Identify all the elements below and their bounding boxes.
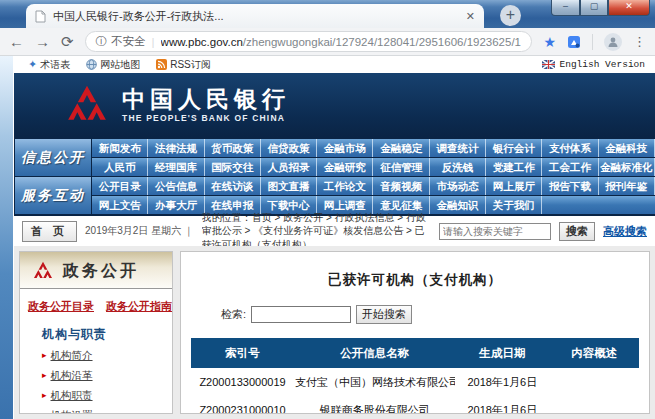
nav-item[interactable]: 支付体系 [542,139,598,157]
glossary-label: 术语表 [40,58,70,72]
advanced-search-link[interactable]: 高级搜索 [603,224,647,239]
nav-item[interactable]: 国际交往 [205,158,261,176]
bookmark-star-icon[interactable]: ★ [543,34,556,50]
english-version-link[interactable]: English Version [542,59,645,70]
glossary-icon: ✦ [28,58,37,71]
disclosure-guide-link[interactable]: 政务公开指南 [106,299,172,314]
start-search-button[interactable]: 开始搜索 [356,305,412,324]
table-header-cell: 内容概述 [549,338,639,368]
retrieve-label: 检索: [221,307,246,322]
nav-item[interactable]: 党建工作 [486,158,542,176]
nav-group-label[interactable]: 服务互动 [15,177,91,214]
back-icon[interactable]: ← [9,34,24,49]
nav-item[interactable]: 银行会计 [486,139,542,157]
nav-item[interactable]: 图文直播 [261,177,317,195]
table-header-cell: 索引号 [191,338,294,368]
nav-item[interactable]: 网上文告 [92,196,148,214]
sidebar-section-heading: 机构与职责 [42,326,172,343]
nav-rows: 公开目录公告信息在线访谈图文直播工作论文音频视频市场动态网上展厅报告下载报刊年鉴… [92,177,655,214]
nav-item[interactable]: 公告信息 [148,177,204,195]
nav-item[interactable]: 工作论文 [317,177,373,195]
rss-icon [156,59,167,70]
table-cell [549,368,639,396]
nav-item[interactable]: 反洗钱 [430,158,486,176]
table-row: Z2000231000010银联商务股份有限公司2018年1月6日 [191,396,639,414]
profile-avatar[interactable] [604,33,622,51]
browser-window: – ▢ ✕ 中国人民银行-政务公开-行政执法... ✕ + ← → ⟳ ⓘ 不安… [0,0,655,419]
disclosure-catalog-link[interactable]: 政务公开目录 [28,299,94,314]
glossary-link[interactable]: ✦ 术语表 [28,58,70,72]
sidebar-sections: 机构与职责▸机构简介▸机构沿革▸机构职责▸机构设置法规政策▸法律法规 [20,326,172,414]
nav-item[interactable]: 公开目录 [92,177,148,195]
sidebar-item-link[interactable]: 机构简介 [51,346,93,366]
site-search-button[interactable]: 搜索 [559,222,595,241]
browser-tab[interactable]: 中国人民银行-政务公开-行政执法... ✕ [26,4,484,28]
person-icon [607,36,619,48]
sidebar-item-link[interactable]: 机构职责 [51,386,93,406]
nav-item[interactable]: 在线访谈 [205,177,261,195]
nav-item[interactable]: 调查统计 [430,139,486,157]
nav-item[interactable]: 关于我们 [486,196,542,214]
nav-item[interactable]: 新闻发布 [92,139,148,157]
table-header-cell: 生成日期 [455,338,549,368]
sidebar-item-link[interactable]: 机构设置 [51,406,93,414]
arrow-bullet-icon: ▸ [42,407,47,414]
tab-close-icon[interactable]: ✕ [466,11,475,22]
nav-item[interactable]: 征信管理 [373,158,429,176]
extension-icon[interactable] [567,35,581,49]
browser-menu-icon[interactable]: ⋮ [633,34,646,49]
retrieve-input[interactable] [251,306,351,323]
nav-item[interactable]: 金融稳定 [373,139,429,157]
nav-row: 新闻发布法律法规货币政策信贷政策金融市场金融稳定调查统计银行会计支付体系金融科技 [92,139,655,157]
close-window-button[interactable]: ✕ [608,0,650,16]
pbc-logo-icon [64,82,110,128]
document-name-cell[interactable]: 银联商务股份有限公司 [294,396,455,414]
document-name-cell[interactable]: 支付宝（中国）网络技术有限公司 [294,368,455,396]
nav-item[interactable]: 货币政策 [205,139,261,157]
table-cell [549,396,639,414]
nav-item[interactable]: 金融研究 [317,158,373,176]
nav-item[interactable]: 报告下载 [542,177,598,195]
security-indicator[interactable]: ⓘ 不安全 [96,34,146,49]
nav-item[interactable]: 金融科技 [599,139,655,157]
nav-group-label[interactable]: 信息公开 [15,139,91,176]
license-table: 索引号公开信息名称生成日期内容概述 Z2000133000019支付宝（中国）网… [191,338,639,414]
nav-item[interactable]: 报刊年鉴 [599,177,655,195]
nav-item[interactable]: 音频视频 [373,177,429,195]
address-bar[interactable]: ⓘ 不安全 | www.pbc.gov.cn/zhengwugongkai/12… [85,31,533,52]
arrow-bullet-icon: ▸ [42,347,47,364]
nav-item[interactable]: 金融知识 [430,196,486,214]
nav-item[interactable]: 信贷政策 [261,139,317,157]
minimize-button[interactable]: – [551,0,580,16]
maximize-button[interactable]: ▢ [580,0,608,16]
nav-item[interactable]: 人员招录 [261,158,317,176]
sidebar-item[interactable]: ▸机构设置 [42,406,172,414]
main-nav: 信息公开新闻发布法律法规货币政策信贷政策金融市场金融稳定调查统计银行会计支付体系… [14,137,655,216]
url-domain: www.pbc.gov.cn [161,36,243,48]
nav-group: 信息公开新闻发布法律法规货币政策信贷政策金融市场金融稳定调查统计银行会计支付体系… [15,139,655,176]
nav-item[interactable]: 工会工作 [542,158,598,176]
site-search-input[interactable] [439,223,551,240]
table-body: Z2000133000019支付宝（中国）网络技术有限公司2018年1月6日Z2… [191,368,639,414]
nav-item[interactable]: 办事大厅 [148,196,204,214]
reload-icon[interactable]: ⟳ [61,34,74,49]
sitemap-link[interactable]: 网站地图 [86,58,140,72]
sidebar-item[interactable]: ▸机构沿革 [42,366,172,386]
url-path: /zhengwugongkai/127924/128041/2951606/19… [243,36,522,48]
new-tab-button[interactable]: + [500,5,521,26]
nav-item[interactable]: 法律法规 [148,139,204,157]
sidebar-item[interactable]: ▸机构职责 [42,386,172,406]
rss-link[interactable]: RSS订阅 [156,58,211,72]
sitemap-label: 网站地图 [100,58,140,72]
nav-item[interactable]: 网上展厅 [486,177,542,195]
sidebar-item-link[interactable]: 机构沿革 [51,366,93,386]
nav-item[interactable]: 金融标准化 [599,158,655,176]
nav-item[interactable]: 金融市场 [317,139,373,157]
sidebar-item[interactable]: ▸机构简介 [42,346,172,366]
nav-rows: 新闻发布法律法规货币政策信贷政策金融市场金融稳定调查统计银行会计支付体系金融科技… [92,139,655,176]
forward-icon[interactable]: → [35,34,50,49]
nav-item[interactable]: 市场动态 [430,177,486,195]
nav-item[interactable]: 人民币 [92,158,148,176]
nav-item[interactable]: 经理国库 [148,158,204,176]
home-button[interactable]: 首 页 [22,221,77,242]
